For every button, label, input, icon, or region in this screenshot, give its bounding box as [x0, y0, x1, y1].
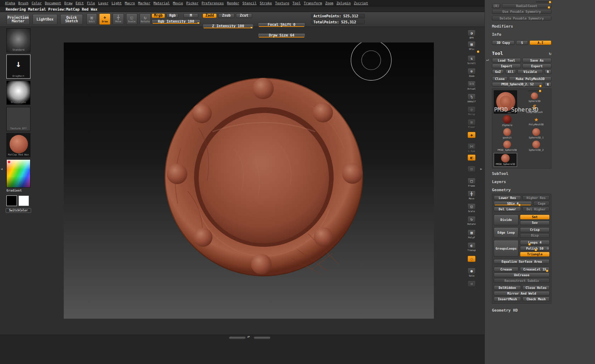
uncrease-button[interactable]: UnCrease	[494, 273, 550, 277]
smt-toggle[interactable]: Smt	[520, 215, 550, 220]
partial-track[interactable]	[536, 1, 551, 2]
inventory-item-selected[interactable]: PM3D_Sphere3D	[494, 153, 517, 167]
disp-toggle[interactable]: Disp	[520, 233, 550, 238]
equalize-surface-area-button[interactable]: Equalize Surface Area	[494, 259, 550, 264]
zcut-toggle[interactable]: Zcut	[236, 13, 252, 18]
polish-slider[interactable]: Polish 50○	[520, 246, 550, 251]
slider-nub[interactable]	[528, 243, 531, 246]
export-button[interactable]: Export	[522, 64, 551, 68]
insertmesh-button[interactable]: InsertMesh	[494, 297, 521, 301]
bpr-button[interactable]: ◑BPR	[467, 30, 476, 39]
local-button[interactable]: ◈	[467, 132, 476, 138]
higher-res-button[interactable]: Higher Res	[522, 195, 550, 200]
material-matcap-red-wax-thumb[interactable]: MatCap Red Wax	[6, 133, 30, 157]
select-button[interactable]: ⊡	[467, 166, 476, 172]
active-tool-thumb[interactable]: PM3D_Sphere3D	[494, 90, 517, 114]
inventory-item[interactable]: Sphere3D_2	[523, 141, 550, 152]
del-lower-button[interactable]: Del Lower	[494, 207, 521, 211]
ghost-button[interactable]: ◌	[467, 256, 476, 262]
focal-shift-slider[interactable]: Focal Shift 0	[258, 23, 305, 27]
reconstruct-subdiv-button[interactable]: Reconstruct Subdiv	[494, 278, 550, 283]
right-tray-arrow-icon[interactable]: ▶	[480, 167, 482, 171]
transp-button[interactable]: ◐Transp	[467, 242, 476, 252]
triangle-toggle[interactable]: Triangle	[520, 252, 550, 257]
menu-item[interactable]: Macro	[125, 1, 135, 5]
zoom-button[interactable]: ⊕Zoom	[467, 68, 476, 78]
color-picker-gradient[interactable]	[6, 159, 30, 188]
crease-button[interactable]: Crease	[494, 267, 518, 272]
spix-slider[interactable]: ▦SPix	[467, 41, 476, 52]
m-toggle[interactable]: M	[183, 13, 198, 18]
tool-r-button[interactable]: R	[544, 82, 551, 87]
tool-reset-icon[interactable]: ↻	[549, 51, 551, 56]
radialcount-slider[interactable]: RadialCount	[502, 4, 551, 8]
projection-master-button[interactable]: Projection Master	[6, 14, 30, 25]
draw-button[interactable]: + Draw	[99, 13, 110, 25]
frame-button[interactable]: □Frame	[467, 178, 476, 187]
geometry-hd-section[interactable]: Geometry HD	[492, 308, 551, 313]
goz-r-button[interactable]: R	[544, 69, 551, 74]
color-picker-marker[interactable]	[7, 160, 11, 164]
inventory-item[interactable]: ★PolyMesh3D	[523, 115, 550, 126]
menu-item[interactable]: Zplugin	[336, 1, 351, 5]
spix-track[interactable]	[464, 51, 480, 52]
menu-item[interactable]: Document	[45, 1, 61, 5]
clone-button[interactable]: Clone	[492, 76, 508, 81]
slider-nub[interactable]	[546, 269, 549, 272]
persp-button[interactable]: ◇Persp	[467, 106, 476, 116]
menu-item[interactable]: File	[87, 1, 95, 5]
brush-standard-thumb[interactable]: Standard	[6, 28, 30, 52]
goz-all-button[interactable]: All	[505, 69, 516, 74]
canvas-scrollbar-left[interactable]	[229, 336, 246, 339]
check-mesh-button[interactable]: Check Mesh	[522, 297, 550, 301]
slider-nub[interactable]	[477, 50, 480, 53]
ai-button[interactable]: A.I	[529, 40, 551, 45]
menu-item[interactable]: Picker	[186, 1, 198, 5]
menu-item[interactable]: Light	[112, 1, 122, 5]
menu-item[interactable]: Texture	[275, 1, 289, 5]
import-button[interactable]: Import	[492, 64, 521, 68]
slider-nub[interactable]	[250, 27, 253, 29]
actual-button[interactable]: 1:1Actual	[467, 81, 476, 90]
mrgb-toggle[interactable]: Mrgb	[152, 13, 165, 18]
slider-nub[interactable]	[534, 249, 537, 251]
crease-lvl-slider[interactable]: CreaseLvl 15	[520, 267, 550, 272]
aahalf-button[interactable]: ½AAHalf	[467, 93, 476, 103]
menu-item[interactable]: Layer	[98, 1, 108, 5]
lower-res-button[interactable]: Lower Res	[494, 195, 521, 200]
subtool-section[interactable]: SubTool	[492, 171, 551, 176]
rotate-button[interactable]: ↻ Rotate	[140, 13, 151, 25]
menu-item[interactable]: Stroke	[260, 1, 272, 5]
stroke-dragrect-thumb[interactable]: ↓ DragRect	[6, 55, 30, 79]
collapse-panel-icon[interactable]: ↩	[486, 57, 489, 63]
modifiers-section[interactable]: Modifiers	[492, 24, 551, 29]
menu-item[interactable]: Draw	[64, 1, 73, 5]
texture-off-thumb[interactable]: Texture Off	[6, 107, 30, 131]
slider-nub[interactable]	[272, 36, 275, 38]
delhidden-button[interactable]: DelHidden	[494, 285, 521, 290]
info-section[interactable]: Info	[492, 32, 551, 37]
scroll-button[interactable]: ⇅Scroll	[467, 55, 476, 65]
use-posable-symmetry-button[interactable]: Use Posable Symmetry	[492, 9, 551, 14]
left-tray-arrow-icon[interactable]: ◀	[1, 167, 2, 171]
del-higher-button[interactable]: Del Higher	[522, 207, 550, 211]
goz-button[interactable]: GoZ	[492, 69, 504, 74]
secondary-color-swatch[interactable]	[18, 195, 29, 206]
alpha-brushalpha-thumb[interactable]: BrushAlpha	[6, 81, 30, 105]
menu-item[interactable]: Material	[153, 1, 170, 5]
switchcolor-button[interactable]: SwitchColor	[6, 208, 31, 213]
close-holes-button[interactable]: Close Holes	[522, 285, 550, 290]
scale-button[interactable]: ◱ Scale	[126, 13, 137, 25]
menu-item[interactable]: Alpha	[5, 1, 15, 5]
menu-item[interactable]: Movie	[173, 1, 183, 5]
xpose-button[interactable]: ⇉	[467, 280, 476, 287]
altsym-button[interactable]: ◧	[467, 154, 476, 161]
rotate-3d-button[interactable]: ↻Rotate	[467, 216, 476, 226]
polish-circle-icon[interactable]: ○	[547, 247, 549, 250]
menu-item[interactable]: Marker	[138, 1, 150, 5]
s-button[interactable]: S	[516, 40, 528, 45]
slider-nub[interactable]	[280, 25, 283, 27]
slider-nub[interactable]	[548, 6, 550, 9]
active-tool-slider[interactable]: PM3D_Sphere3D_2. 52	[492, 82, 543, 87]
slider-nub[interactable]	[197, 22, 200, 24]
